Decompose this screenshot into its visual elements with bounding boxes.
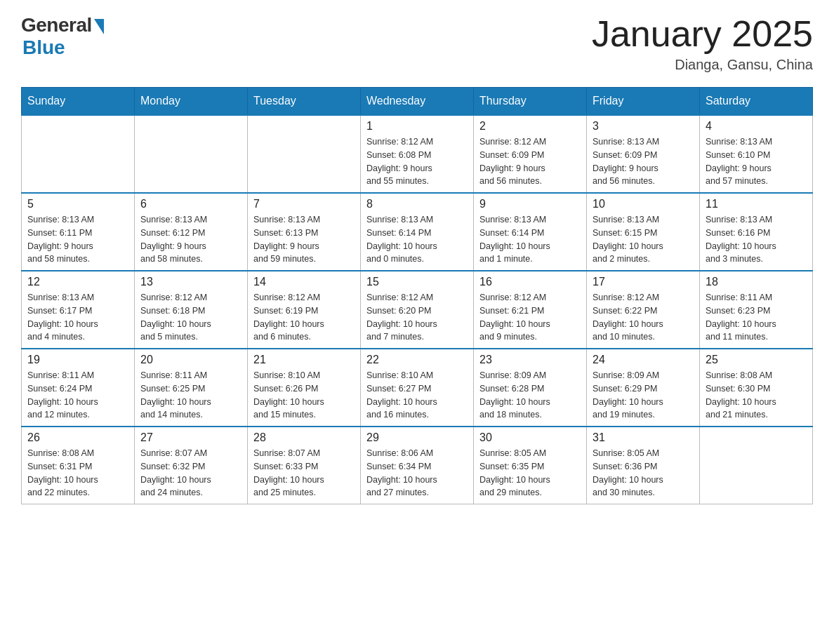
day-info: Sunrise: 8:12 AM Sunset: 6:18 PM Dayligh…	[140, 291, 241, 344]
day-info: Sunrise: 8:07 AM Sunset: 6:33 PM Dayligh…	[253, 447, 355, 499]
logo-general-text: General	[21, 14, 92, 36]
day-number: 26	[27, 431, 128, 444]
calendar-day-cell: 6Sunrise: 8:13 AM Sunset: 6:12 PM Daylig…	[135, 193, 248, 271]
day-number: 27	[140, 431, 241, 444]
day-info: Sunrise: 8:12 AM Sunset: 6:19 PM Dayligh…	[253, 291, 355, 344]
day-info: Sunrise: 8:09 AM Sunset: 6:28 PM Dayligh…	[479, 369, 581, 422]
calendar-day-cell: 31Sunrise: 8:05 AM Sunset: 6:36 PM Dayli…	[587, 427, 700, 504]
calendar-header-day: Friday	[587, 88, 700, 116]
day-number: 31	[593, 431, 694, 444]
calendar-day-cell	[248, 115, 361, 193]
day-info: Sunrise: 8:05 AM Sunset: 6:35 PM Dayligh…	[479, 447, 581, 499]
day-info: Sunrise: 8:06 AM Sunset: 6:34 PM Dayligh…	[366, 447, 468, 499]
calendar-day-cell: 1Sunrise: 8:12 AM Sunset: 6:08 PM Daylig…	[361, 115, 474, 193]
day-number: 3	[593, 120, 694, 133]
day-info: Sunrise: 8:13 AM Sunset: 6:14 PM Dayligh…	[479, 213, 581, 266]
calendar-day-cell: 16Sunrise: 8:12 AM Sunset: 6:21 PM Dayli…	[474, 271, 587, 349]
day-number: 20	[140, 354, 241, 366]
day-number: 25	[706, 354, 807, 366]
calendar-header-day: Tuesday	[248, 88, 361, 116]
day-info: Sunrise: 8:13 AM Sunset: 6:17 PM Dayligh…	[27, 291, 128, 344]
calendar-day-cell	[700, 427, 813, 504]
day-info: Sunrise: 8:13 AM Sunset: 6:10 PM Dayligh…	[706, 135, 807, 188]
day-info: Sunrise: 8:09 AM Sunset: 6:29 PM Dayligh…	[593, 369, 694, 422]
calendar-week-row: 12Sunrise: 8:13 AM Sunset: 6:17 PM Dayli…	[22, 271, 813, 349]
day-number: 30	[479, 431, 581, 444]
day-number: 15	[366, 276, 468, 288]
calendar-header-day: Monday	[135, 88, 248, 116]
day-number: 12	[27, 276, 128, 288]
calendar-day-cell: 18Sunrise: 8:11 AM Sunset: 6:23 PM Dayli…	[700, 271, 813, 349]
day-number: 1	[366, 120, 468, 133]
logo: General Blue	[21, 14, 104, 59]
day-number: 28	[253, 431, 355, 444]
day-info: Sunrise: 8:13 AM Sunset: 6:16 PM Dayligh…	[706, 213, 807, 266]
calendar-week-row: 5Sunrise: 8:13 AM Sunset: 6:11 PM Daylig…	[22, 193, 813, 271]
day-number: 11	[706, 198, 807, 210]
day-number: 9	[479, 198, 581, 210]
day-number: 21	[253, 354, 355, 366]
day-info: Sunrise: 8:12 AM Sunset: 6:09 PM Dayligh…	[479, 135, 581, 188]
calendar-week-row: 26Sunrise: 8:08 AM Sunset: 6:31 PM Dayli…	[22, 427, 813, 504]
calendar-header-day: Thursday	[474, 88, 587, 116]
calendar-day-cell: 26Sunrise: 8:08 AM Sunset: 6:31 PM Dayli…	[22, 427, 135, 504]
day-info: Sunrise: 8:13 AM Sunset: 6:15 PM Dayligh…	[593, 213, 694, 266]
calendar-day-cell: 9Sunrise: 8:13 AM Sunset: 6:14 PM Daylig…	[474, 193, 587, 271]
day-number: 10	[593, 198, 694, 210]
calendar-day-cell: 29Sunrise: 8:06 AM Sunset: 6:34 PM Dayli…	[361, 427, 474, 504]
day-number: 16	[479, 276, 581, 288]
day-number: 4	[706, 120, 807, 133]
calendar-day-cell: 30Sunrise: 8:05 AM Sunset: 6:35 PM Dayli…	[474, 427, 587, 504]
day-number: 14	[253, 276, 355, 288]
calendar-day-cell: 2Sunrise: 8:12 AM Sunset: 6:09 PM Daylig…	[474, 115, 587, 193]
calendar-day-cell	[135, 115, 248, 193]
calendar-day-cell: 28Sunrise: 8:07 AM Sunset: 6:33 PM Dayli…	[248, 427, 361, 504]
calendar-day-cell: 14Sunrise: 8:12 AM Sunset: 6:19 PM Dayli…	[248, 271, 361, 349]
day-info: Sunrise: 8:08 AM Sunset: 6:30 PM Dayligh…	[706, 369, 807, 422]
day-number: 17	[593, 276, 694, 288]
day-number: 5	[27, 198, 128, 210]
calendar-week-row: 19Sunrise: 8:11 AM Sunset: 6:24 PM Dayli…	[22, 349, 813, 427]
calendar-day-cell: 7Sunrise: 8:13 AM Sunset: 6:13 PM Daylig…	[248, 193, 361, 271]
month-title: January 2025	[592, 14, 813, 54]
day-info: Sunrise: 8:12 AM Sunset: 6:20 PM Dayligh…	[366, 291, 468, 344]
calendar-day-cell: 22Sunrise: 8:10 AM Sunset: 6:27 PM Dayli…	[361, 349, 474, 427]
day-number: 18	[706, 276, 807, 288]
day-number: 8	[366, 198, 468, 210]
calendar-day-cell: 3Sunrise: 8:13 AM Sunset: 6:09 PM Daylig…	[587, 115, 700, 193]
calendar-day-cell: 12Sunrise: 8:13 AM Sunset: 6:17 PM Dayli…	[22, 271, 135, 349]
calendar-day-cell: 25Sunrise: 8:08 AM Sunset: 6:30 PM Dayli…	[700, 349, 813, 427]
day-info: Sunrise: 8:05 AM Sunset: 6:36 PM Dayligh…	[593, 447, 694, 499]
logo-triangle-icon	[94, 19, 104, 34]
calendar-week-row: 1Sunrise: 8:12 AM Sunset: 6:08 PM Daylig…	[22, 115, 813, 193]
calendar-day-cell: 13Sunrise: 8:12 AM Sunset: 6:18 PM Dayli…	[135, 271, 248, 349]
day-number: 13	[140, 276, 241, 288]
day-info: Sunrise: 8:13 AM Sunset: 6:12 PM Dayligh…	[140, 213, 241, 266]
calendar-header-day: Saturday	[700, 88, 813, 116]
title-section: January 2025 Dianga, Gansu, China	[592, 14, 813, 73]
day-number: 22	[366, 354, 468, 366]
calendar-day-cell: 11Sunrise: 8:13 AM Sunset: 6:16 PM Dayli…	[700, 193, 813, 271]
logo-blue-text: Blue	[22, 36, 65, 59]
day-info: Sunrise: 8:10 AM Sunset: 6:26 PM Dayligh…	[253, 369, 355, 422]
day-number: 23	[479, 354, 581, 366]
location-text: Dianga, Gansu, China	[592, 57, 813, 73]
day-info: Sunrise: 8:13 AM Sunset: 6:11 PM Dayligh…	[27, 213, 128, 266]
day-number: 19	[27, 354, 128, 366]
calendar-day-cell: 21Sunrise: 8:10 AM Sunset: 6:26 PM Dayli…	[248, 349, 361, 427]
calendar-day-cell: 15Sunrise: 8:12 AM Sunset: 6:20 PM Dayli…	[361, 271, 474, 349]
day-info: Sunrise: 8:13 AM Sunset: 6:09 PM Dayligh…	[593, 135, 694, 188]
calendar-day-cell: 23Sunrise: 8:09 AM Sunset: 6:28 PM Dayli…	[474, 349, 587, 427]
calendar-day-cell: 4Sunrise: 8:13 AM Sunset: 6:10 PM Daylig…	[700, 115, 813, 193]
day-info: Sunrise: 8:12 AM Sunset: 6:21 PM Dayligh…	[479, 291, 581, 344]
calendar-day-cell: 19Sunrise: 8:11 AM Sunset: 6:24 PM Dayli…	[22, 349, 135, 427]
day-info: Sunrise: 8:12 AM Sunset: 6:08 PM Dayligh…	[366, 135, 468, 188]
calendar-day-cell: 8Sunrise: 8:13 AM Sunset: 6:14 PM Daylig…	[361, 193, 474, 271]
day-info: Sunrise: 8:10 AM Sunset: 6:27 PM Dayligh…	[366, 369, 468, 422]
day-info: Sunrise: 8:11 AM Sunset: 6:23 PM Dayligh…	[706, 291, 807, 344]
calendar-day-cell	[22, 115, 135, 193]
day-info: Sunrise: 8:13 AM Sunset: 6:13 PM Dayligh…	[253, 213, 355, 266]
day-number: 7	[253, 198, 355, 210]
calendar-day-cell: 10Sunrise: 8:13 AM Sunset: 6:15 PM Dayli…	[587, 193, 700, 271]
day-number: 24	[593, 354, 694, 366]
